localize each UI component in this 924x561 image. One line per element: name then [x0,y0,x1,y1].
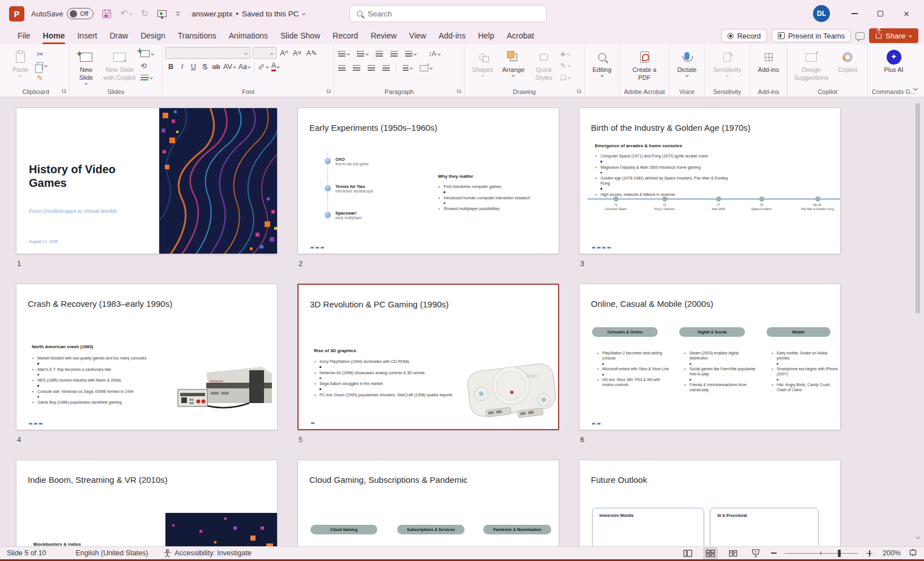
convert-to-smartart-button[interactable] [419,63,433,73]
zoom-slider[interactable] [785,549,858,557]
zoom-slider-thumb[interactable] [838,550,841,557]
tab-review[interactable]: Review [364,27,403,44]
section-button[interactable] [139,72,155,83]
change-case-button[interactable]: Aa [237,61,252,72]
copilot-button[interactable]: Copilot [832,47,863,74]
comments-icon[interactable] [855,32,865,40]
present-in-teams-button[interactable]: Present in Teams [772,29,851,42]
add-ins-button[interactable]: Add-ins [753,47,784,74]
reading-view-button[interactable] [726,547,740,559]
arrange-button[interactable]: Arrange [498,47,529,76]
justify-button[interactable] [381,63,391,73]
tab-add-ins[interactable]: Add-ins [432,27,471,44]
shapes-button[interactable]: Shapes [467,47,498,76]
clear-formatting-button[interactable]: A✎ [305,48,318,59]
tab-animations[interactable]: Animations [223,27,274,44]
align-right-button[interactable] [367,63,376,73]
maximize-button[interactable] [867,1,893,26]
powerpoint-app-icon[interactable]: P [9,6,24,22]
record-button[interactable]: Record [721,29,767,42]
collapse-ribbon-button[interactable] [914,82,917,92]
save-icon[interactable] [103,10,111,18]
bold-button[interactable]: B [165,61,176,72]
italic-button[interactable]: I [177,61,188,72]
accessibility-checker[interactable]: Accessibility: Investigate [164,549,251,558]
editing-button[interactable]: Editing [587,47,616,76]
design-suggestions-button[interactable]: Design Suggestions [790,47,832,82]
drawing-dialog-launcher[interactable] [577,89,581,93]
tab-help[interactable]: Help [472,27,501,44]
quick-styles-button[interactable]: Quick Styles [529,47,559,82]
strikethrough-button[interactable]: ab [211,61,222,72]
line-spacing-button[interactable] [404,49,418,59]
slide-thumbnail-6[interactable]: Online, Casual & Mobile (2000s) Consoles… [579,284,841,430]
search-input[interactable] [368,10,539,18]
font-color-button[interactable]: A [270,61,281,72]
clipboard-dialog-launcher[interactable] [62,89,66,93]
slide-thumbnail-4[interactable]: Crash & Recovery (1983–early 1990s) Nort… [16,284,278,430]
autosave-control[interactable]: AutoSave Off [31,8,93,19]
tab-acrobat[interactable]: Acrobat [500,27,540,44]
tab-transitions[interactable]: Transitions [172,27,223,44]
qat-overflow-button[interactable] [176,12,180,15]
slide-layout-button[interactable] [139,49,155,59]
reset-slide-button[interactable]: ⟲ [139,61,155,71]
slide-thumbnail-1[interactable]: History of Video Games From Oscilloscope… [16,108,278,254]
underline-button[interactable]: U [188,61,199,72]
tab-draw[interactable]: Draw [103,27,134,44]
slide-sorter-view-button[interactable] [703,547,718,559]
autosave-toggle[interactable]: Off [67,8,93,19]
paste-button[interactable]: Paste [5,47,36,76]
slide-thumbnail-8[interactable]: Cloud Gaming, Subscriptions & Pandemic C… [297,460,559,546]
tab-slide-show[interactable]: Slide Show [274,27,326,44]
slide-thumbnail-2[interactable]: Early Experiments (1950s–1960s) OXO firs… [297,108,559,254]
minimize-button[interactable] [841,1,867,26]
vertical-scrollbar[interactable] [914,99,922,545]
scrollbar-down-arrow[interactable] [916,530,919,541]
decrease-font-size-button[interactable]: A˅ [292,48,303,59]
slide-thumbnail-5-selected[interactable]: 3D Revolution & PC Gaming (1990s) Rise o… [297,284,559,430]
shape-outline-button[interactable]: ✎ [559,61,572,71]
plus-ai-button[interactable]: ✦ Plus AI [879,47,909,74]
numbering-button[interactable] [356,49,369,59]
document-title[interactable]: answer.pptx • Saved to this PC [191,10,304,18]
paragraph-dialog-launcher[interactable] [457,89,461,93]
slide-counter[interactable]: Slide 5 of 10 [7,549,46,557]
text-direction-button[interactable]: ↕A [427,49,441,59]
new-slide-with-copilot-button[interactable]: New Slide with Copilot [100,47,139,82]
bullets-button[interactable] [337,49,351,59]
new-slide-button[interactable]: New Slide [73,47,100,84]
tab-home[interactable]: Home [37,27,71,44]
tab-record[interactable]: Record [326,27,364,44]
slide-thumbnail-3[interactable]: Birth of the Industry & Golden Age (1970… [579,108,841,254]
close-button[interactable]: × [893,1,919,26]
cut-button[interactable]: ✂ [36,49,48,59]
columns-button[interactable] [402,63,414,73]
font-dialog-launcher[interactable] [327,89,331,93]
shape-fill-button[interactable]: ◈ [559,49,572,59]
character-spacing-button[interactable]: AV [222,61,237,72]
slide-thumbnail-7[interactable]: Indie Boom, Streaming & VR (2010s) Block… [16,460,278,546]
tab-design[interactable]: Design [134,27,172,44]
shape-effects-button[interactable]: ❏ [559,72,572,83]
tab-file[interactable]: File [11,27,37,44]
tab-view[interactable]: View [403,27,432,44]
tab-insert[interactable]: Insert [71,27,103,44]
avatar[interactable]: DL [813,5,830,22]
undo-button[interactable]: ↶ [120,9,131,18]
sensitivity-button[interactable]: Sensitivity [712,47,743,76]
fit-slide-to-window-button[interactable] [909,549,917,558]
create-pdf-button[interactable]: Create a PDF [627,47,663,82]
share-button[interactable]: Share [869,28,918,43]
dictate-button[interactable]: Dictate [672,47,701,76]
normal-view-button[interactable] [680,547,695,559]
copy-button[interactable] [36,61,48,71]
increase-font-size-button[interactable]: A^ [279,48,289,59]
slide-thumbnail-9[interactable]: Future Outlook Immersive Worlds AI & Pro… [579,460,841,546]
zoom-level[interactable]: 200% [880,549,901,557]
redo-button[interactable]: ↻ [141,9,148,18]
decrease-indent-button[interactable] [374,49,384,59]
search-bar[interactable] [350,5,547,22]
slide-show-button[interactable] [748,547,763,559]
align-center-button[interactable] [352,63,361,73]
